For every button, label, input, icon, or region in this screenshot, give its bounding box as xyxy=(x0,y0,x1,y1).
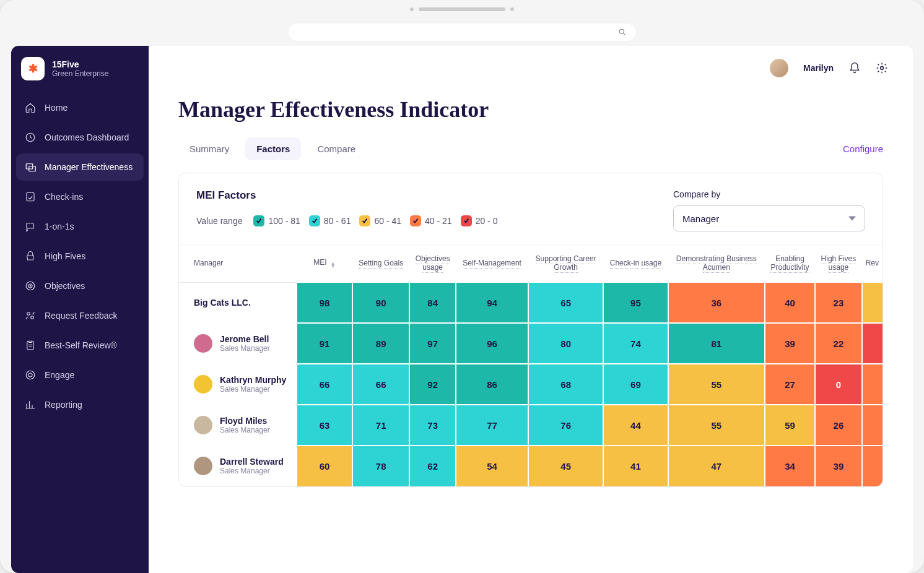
sidebar-item-label: Check-ins xyxy=(45,192,83,202)
column-header[interactable]: High Fivesusage xyxy=(815,244,862,282)
sidebar-item-reporting[interactable]: Reporting xyxy=(16,391,144,418)
column-header[interactable]: Check-in usage xyxy=(603,244,668,282)
value-cell: 22 xyxy=(815,323,862,364)
topbar: Marilyn xyxy=(149,46,913,90)
check-icon xyxy=(309,215,320,226)
manager-role: Sales Manager xyxy=(220,385,286,394)
column-header[interactable]: Rev xyxy=(862,244,883,282)
nav-icon xyxy=(25,399,36,410)
value-cell-partial xyxy=(862,323,883,364)
configure-link[interactable]: Configure xyxy=(843,144,883,154)
value-cell: 74 xyxy=(603,323,668,364)
value-cell: 89 xyxy=(352,323,409,364)
column-header[interactable]: Demonstrating BusinessAcumen xyxy=(668,244,765,282)
manager-role: Sales Manager xyxy=(220,467,284,475)
sidebar-item-high-fives[interactable]: High Fives xyxy=(16,243,144,270)
sidebar-item-1-on-1s[interactable]: 1-on-1s xyxy=(16,213,144,240)
value-cell: 54 xyxy=(456,446,528,486)
value-cell: 55 xyxy=(668,405,765,446)
table-row[interactable]: Big Cats LLC.989084946595364023 xyxy=(179,282,883,323)
user-avatar[interactable] xyxy=(770,59,788,77)
table-row[interactable]: Floyd MilesSales Manager6371737776445559… xyxy=(179,405,883,446)
column-header[interactable]: Self-Management xyxy=(456,244,528,282)
value-cell: 62 xyxy=(409,446,456,486)
sidebar-item-label: Engage xyxy=(45,370,74,380)
user-name[interactable]: Marilyn xyxy=(803,63,834,73)
sidebar-item-home[interactable]: Home xyxy=(16,94,144,121)
legend-item: 20 - 0 xyxy=(461,215,498,226)
nav-icon xyxy=(25,191,36,202)
value-cell: 97 xyxy=(409,323,456,364)
manager-role: Sales Manager xyxy=(220,344,270,353)
sidebar-item-objectives[interactable]: Objectives xyxy=(16,272,144,299)
legend-item: 100 - 81 xyxy=(253,215,300,226)
sidebar-item-label: Home xyxy=(45,103,68,113)
nav-icon xyxy=(25,310,36,321)
tab-compare[interactable]: Compare xyxy=(306,137,367,160)
sidebar-item-request-feedback[interactable]: Request Feedback xyxy=(16,302,144,329)
svg-point-7 xyxy=(28,284,32,288)
manager-name: Floyd Miles xyxy=(220,416,270,426)
value-cell: 59 xyxy=(765,405,815,446)
column-header[interactable]: MEI▲▼ xyxy=(297,244,352,282)
value-cell: 26 xyxy=(815,405,862,446)
tab-factors[interactable]: Factors xyxy=(245,137,301,160)
table-row[interactable]: Jerome BellSales Manager9189979680748139… xyxy=(179,323,883,364)
sidebar-item-label: Manager Effectiveness xyxy=(45,162,133,172)
value-cell: 66 xyxy=(352,364,409,405)
sidebar-item-label: 1-on-1s xyxy=(45,222,74,231)
value-cell: 60 xyxy=(297,446,352,486)
value-cell: 44 xyxy=(603,405,668,446)
manager-name: Kathryn Murphy xyxy=(220,375,286,385)
manager-name: Darrell Steward xyxy=(220,457,284,467)
value-cell: 73 xyxy=(409,405,456,446)
compare-by-select[interactable]: Manager xyxy=(673,205,865,231)
svg-point-13 xyxy=(881,67,884,70)
value-cell: 95 xyxy=(603,282,668,323)
svg-rect-5 xyxy=(27,192,34,201)
value-cell: 68 xyxy=(528,364,603,405)
url-bar[interactable] xyxy=(289,24,635,41)
mei-table: ManagerMEI▲▼Setting GoalsObjectivesusage… xyxy=(179,244,883,486)
sidebar-item-engage[interactable]: Engage xyxy=(16,361,144,389)
value-cell: 94 xyxy=(456,282,528,323)
brand-name: 15Five xyxy=(52,59,108,69)
column-header[interactable]: Manager xyxy=(179,244,297,282)
value-cell: 98 xyxy=(297,282,352,323)
column-header[interactable]: EnablingProductivity xyxy=(765,244,815,282)
gear-icon[interactable] xyxy=(876,62,888,74)
svg-point-9 xyxy=(27,312,30,316)
sidebar-item-outcomes-dashboard[interactable]: Outcomes Dashboard xyxy=(16,124,144,151)
main-content: Marilyn Manager Effectiveness Indicator … xyxy=(149,46,913,573)
svg-point-10 xyxy=(31,316,34,319)
sidebar-item-check-ins[interactable]: Check-ins xyxy=(16,183,144,210)
value-cell: 65 xyxy=(528,282,603,323)
value-cell-partial xyxy=(862,446,883,486)
column-header[interactable]: Objectivesusage xyxy=(409,244,456,282)
value-cell: 76 xyxy=(528,405,603,446)
tabs: SummaryFactorsCompare Configure xyxy=(149,137,913,173)
value-cell: 84 xyxy=(409,282,456,323)
nav-icon xyxy=(25,340,36,351)
sidebar-item-manager-effectiveness[interactable]: Manager Effectiveness xyxy=(16,153,144,181)
value-cell: 81 xyxy=(668,323,765,364)
table-row[interactable]: Kathryn MurphySales Manager6666928668695… xyxy=(179,364,883,405)
table-row[interactable]: Darrell StewardSales Manager607862544541… xyxy=(179,446,883,486)
value-cell: 80 xyxy=(528,323,603,364)
tab-summary[interactable]: Summary xyxy=(178,137,240,160)
manager-name: Big Cats LLC. xyxy=(194,298,290,308)
column-header[interactable]: Supporting CareerGrowth xyxy=(528,244,603,282)
column-header[interactable]: Setting Goals xyxy=(352,244,409,282)
svg-point-6 xyxy=(26,282,35,290)
value-cell: 55 xyxy=(668,364,765,405)
legend-label: Value range xyxy=(196,216,242,226)
value-cell: 69 xyxy=(603,364,668,405)
sidebar-item-best-self-review-[interactable]: Best-Self Review® xyxy=(16,332,144,359)
check-icon xyxy=(410,215,421,226)
compare-by-value: Manager xyxy=(682,213,719,224)
value-cell: 40 xyxy=(765,282,815,323)
sidebar-item-label: Reporting xyxy=(45,400,82,410)
nav-icon xyxy=(25,369,36,381)
svg-point-0 xyxy=(619,29,624,33)
bell-icon[interactable] xyxy=(848,62,861,74)
